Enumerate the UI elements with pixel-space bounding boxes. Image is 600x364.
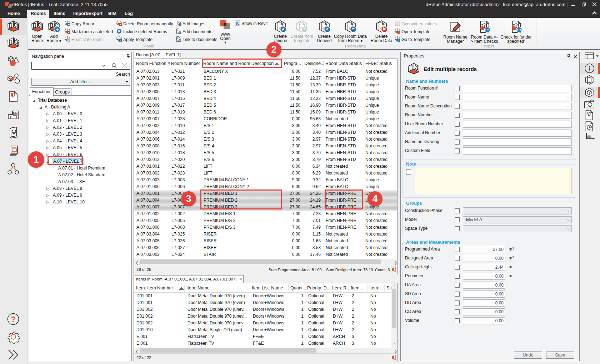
svg-text:1:1: 1:1 xyxy=(485,28,490,32)
svg-text:R: R xyxy=(236,21,239,25)
svg-text:?: ? xyxy=(11,315,15,324)
svg-text:1:1: 1:1 xyxy=(517,28,522,32)
